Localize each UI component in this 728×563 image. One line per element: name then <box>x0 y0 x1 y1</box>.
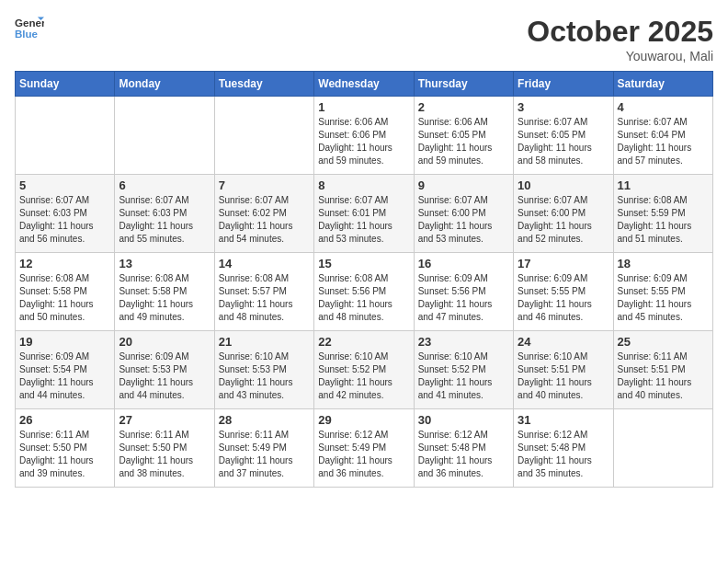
calendar-week-row: 1Sunrise: 6:06 AM Sunset: 6:06 PM Daylig… <box>16 97 713 175</box>
day-info: Sunrise: 6:07 AM Sunset: 6:00 PM Dayligh… <box>418 194 509 246</box>
day-info: Sunrise: 6:07 AM Sunset: 6:03 PM Dayligh… <box>19 194 110 246</box>
calendar-cell: 13Sunrise: 6:08 AM Sunset: 5:58 PM Dayli… <box>115 253 214 331</box>
calendar-cell: 31Sunrise: 6:12 AM Sunset: 5:48 PM Dayli… <box>514 409 613 488</box>
calendar-cell: 12Sunrise: 6:08 AM Sunset: 5:58 PM Dayli… <box>16 253 115 331</box>
calendar-cell: 19Sunrise: 6:09 AM Sunset: 5:54 PM Dayli… <box>16 331 115 409</box>
day-number: 26 <box>19 413 110 427</box>
calendar-header-row: SundayMondayTuesdayWednesdayThursdayFrid… <box>16 72 713 97</box>
day-number: 12 <box>19 257 110 270</box>
calendar-cell: 26Sunrise: 6:11 AM Sunset: 5:50 PM Dayli… <box>16 409 115 488</box>
day-info: Sunrise: 6:07 AM Sunset: 6:01 PM Dayligh… <box>318 194 409 246</box>
calendar-cell: 2Sunrise: 6:06 AM Sunset: 6:05 PM Daylig… <box>414 97 513 175</box>
month-title: October 2025 <box>527 15 713 49</box>
day-info: Sunrise: 6:10 AM Sunset: 5:51 PM Dayligh… <box>518 350 609 402</box>
day-number: 29 <box>318 413 409 427</box>
day-number: 23 <box>418 335 509 349</box>
calendar-cell: 4Sunrise: 6:07 AM Sunset: 6:04 PM Daylig… <box>613 97 712 175</box>
day-info: Sunrise: 6:08 AM Sunset: 5:58 PM Dayligh… <box>119 272 210 324</box>
header-thursday: Thursday <box>414 72 513 97</box>
day-number: 18 <box>618 257 709 270</box>
day-number: 27 <box>119 413 210 427</box>
calendar-cell: 25Sunrise: 6:11 AM Sunset: 5:51 PM Dayli… <box>613 331 712 409</box>
calendar-cell: 14Sunrise: 6:08 AM Sunset: 5:57 PM Dayli… <box>214 253 313 331</box>
day-number: 8 <box>318 178 409 192</box>
day-number: 2 <box>418 100 509 114</box>
svg-text:Blue: Blue <box>15 29 39 40</box>
header-wednesday: Wednesday <box>314 72 414 97</box>
day-number: 5 <box>19 178 110 192</box>
calendar-table: SundayMondayTuesdayWednesdayThursdayFrid… <box>15 71 713 488</box>
calendar-week-row: 26Sunrise: 6:11 AM Sunset: 5:50 PM Dayli… <box>16 409 713 488</box>
day-number: 22 <box>318 335 409 349</box>
calendar-cell: 22Sunrise: 6:10 AM Sunset: 5:52 PM Dayli… <box>314 331 414 409</box>
day-info: Sunrise: 6:11 AM Sunset: 5:51 PM Dayligh… <box>618 350 709 402</box>
logo: General Blue <box>15 15 44 40</box>
calendar-cell: 15Sunrise: 6:08 AM Sunset: 5:56 PM Dayli… <box>314 253 414 331</box>
day-number: 30 <box>418 413 509 427</box>
day-info: Sunrise: 6:12 AM Sunset: 5:49 PM Dayligh… <box>318 429 409 480</box>
day-info: Sunrise: 6:10 AM Sunset: 5:52 PM Dayligh… <box>418 350 509 402</box>
svg-text:General: General <box>15 17 44 29</box>
calendar-cell <box>214 97 313 175</box>
day-number: 31 <box>518 413 609 427</box>
calendar-cell: 24Sunrise: 6:10 AM Sunset: 5:51 PM Dayli… <box>514 331 613 409</box>
day-info: Sunrise: 6:09 AM Sunset: 5:56 PM Dayligh… <box>418 272 509 324</box>
day-number: 17 <box>518 257 609 270</box>
day-number: 4 <box>618 100 709 114</box>
header-monday: Monday <box>115 72 214 97</box>
day-number: 15 <box>318 257 409 270</box>
day-number: 28 <box>219 413 310 427</box>
day-info: Sunrise: 6:07 AM Sunset: 6:03 PM Dayligh… <box>119 194 210 246</box>
day-number: 16 <box>418 257 509 270</box>
day-info: Sunrise: 6:11 AM Sunset: 5:50 PM Dayligh… <box>119 429 210 480</box>
day-number: 24 <box>518 335 609 349</box>
day-info: Sunrise: 6:08 AM Sunset: 5:56 PM Dayligh… <box>318 272 409 324</box>
day-info: Sunrise: 6:07 AM Sunset: 6:00 PM Dayligh… <box>518 194 609 246</box>
calendar-cell: 17Sunrise: 6:09 AM Sunset: 5:55 PM Dayli… <box>514 253 613 331</box>
day-number: 11 <box>618 178 709 192</box>
day-number: 7 <box>219 178 310 192</box>
page-header: General Blue October 2025 Youwarou, Mali <box>15 15 713 63</box>
logo-icon: General Blue <box>15 15 44 40</box>
day-info: Sunrise: 6:07 AM Sunset: 6:02 PM Dayligh… <box>219 194 310 246</box>
day-number: 6 <box>119 178 210 192</box>
day-number: 14 <box>219 257 310 270</box>
calendar-cell: 11Sunrise: 6:08 AM Sunset: 5:59 PM Dayli… <box>613 175 712 253</box>
day-number: 13 <box>119 257 210 270</box>
day-info: Sunrise: 6:09 AM Sunset: 5:55 PM Dayligh… <box>618 272 709 324</box>
day-info: Sunrise: 6:06 AM Sunset: 6:06 PM Dayligh… <box>318 116 409 167</box>
day-number: 9 <box>418 178 509 192</box>
day-info: Sunrise: 6:08 AM Sunset: 5:58 PM Dayligh… <box>19 272 110 324</box>
day-info: Sunrise: 6:11 AM Sunset: 5:50 PM Dayligh… <box>19 429 110 480</box>
day-info: Sunrise: 6:07 AM Sunset: 6:04 PM Dayligh… <box>618 116 709 167</box>
day-info: Sunrise: 6:08 AM Sunset: 5:57 PM Dayligh… <box>219 272 310 324</box>
calendar-cell: 30Sunrise: 6:12 AM Sunset: 5:48 PM Dayli… <box>414 409 513 488</box>
calendar-cell: 27Sunrise: 6:11 AM Sunset: 5:50 PM Dayli… <box>115 409 214 488</box>
calendar-cell: 5Sunrise: 6:07 AM Sunset: 6:03 PM Daylig… <box>16 175 115 253</box>
day-info: Sunrise: 6:09 AM Sunset: 5:53 PM Dayligh… <box>119 350 210 402</box>
calendar-cell: 8Sunrise: 6:07 AM Sunset: 6:01 PM Daylig… <box>314 175 414 253</box>
day-info: Sunrise: 6:11 AM Sunset: 5:49 PM Dayligh… <box>219 429 310 480</box>
calendar-cell <box>16 97 115 175</box>
day-number: 19 <box>19 335 110 349</box>
header-saturday: Saturday <box>613 72 712 97</box>
calendar-week-row: 12Sunrise: 6:08 AM Sunset: 5:58 PM Dayli… <box>16 253 713 331</box>
calendar-cell: 28Sunrise: 6:11 AM Sunset: 5:49 PM Dayli… <box>214 409 313 488</box>
calendar-cell: 7Sunrise: 6:07 AM Sunset: 6:02 PM Daylig… <box>214 175 313 253</box>
day-number: 21 <box>219 335 310 349</box>
day-info: Sunrise: 6:12 AM Sunset: 5:48 PM Dayligh… <box>418 429 509 480</box>
day-info: Sunrise: 6:09 AM Sunset: 5:55 PM Dayligh… <box>518 272 609 324</box>
calendar-cell <box>613 409 712 488</box>
calendar-cell: 3Sunrise: 6:07 AM Sunset: 6:05 PM Daylig… <box>514 97 613 175</box>
location-subtitle: Youwarou, Mali <box>527 49 713 63</box>
calendar-cell: 6Sunrise: 6:07 AM Sunset: 6:03 PM Daylig… <box>115 175 214 253</box>
day-number: 20 <box>119 335 210 349</box>
day-number: 25 <box>618 335 709 349</box>
day-info: Sunrise: 6:09 AM Sunset: 5:54 PM Dayligh… <box>19 350 110 402</box>
calendar-cell: 18Sunrise: 6:09 AM Sunset: 5:55 PM Dayli… <box>613 253 712 331</box>
header-tuesday: Tuesday <box>214 72 313 97</box>
day-info: Sunrise: 6:08 AM Sunset: 5:59 PM Dayligh… <box>618 194 709 246</box>
title-block: October 2025 Youwarou, Mali <box>527 15 713 63</box>
calendar-week-row: 5Sunrise: 6:07 AM Sunset: 6:03 PM Daylig… <box>16 175 713 253</box>
day-info: Sunrise: 6:07 AM Sunset: 6:05 PM Dayligh… <box>518 116 609 167</box>
